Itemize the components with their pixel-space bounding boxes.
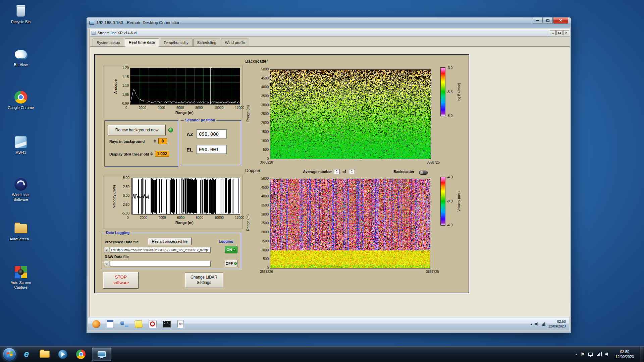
mw41-icon — [13, 135, 28, 149]
tick-label: 0 — [127, 216, 129, 220]
velocity-canvas[interactable] — [131, 178, 240, 215]
toggle-led-icon — [233, 248, 236, 251]
snr-spinner[interactable] — [150, 151, 153, 156]
remote-tray-expand-icon[interactable]: ▴ — [530, 322, 532, 326]
processed-logging-toggle[interactable]: ON — [225, 246, 237, 253]
taskbar-chrome-icon[interactable] — [73, 348, 89, 361]
rdp-titlebar[interactable]: 192.168.0.150 - Remote Desktop Connectio… — [87, 17, 571, 28]
remote-volume-icon[interactable] — [535, 322, 539, 326]
processed-drive-button[interactable]: C — [104, 247, 109, 252]
taskbar-remote-desktop-button[interactable] — [92, 348, 111, 361]
desktop-icon-google-chrome[interactable]: Google Chrome — [5, 90, 37, 110]
rays-in-background-label: Rays in background — [109, 139, 145, 143]
app-minimize-button[interactable] — [550, 30, 556, 35]
renew-background-button[interactable]: Renew background now — [108, 125, 166, 135]
velocity-x-ticks: 020004000600080001000012000 — [127, 216, 244, 220]
rdp-maximize-button[interactable] — [543, 17, 553, 24]
autoscreen-folder-icon — [13, 221, 28, 236]
az-value[interactable]: 090.000 — [197, 129, 227, 138]
tick-label: 1.20 — [122, 66, 129, 70]
tick-label: 2.50 — [123, 185, 129, 189]
app-close-button[interactable]: ✕ — [563, 30, 569, 35]
tick-label: -8.0 — [447, 114, 456, 118]
tick-label: 0.99 — [122, 102, 129, 105]
volume-tray-icon[interactable] — [605, 352, 610, 356]
data-logging-title: Data Logging — [105, 231, 131, 235]
a-scope-x-ticks: 020004000600080001000012000 — [125, 106, 244, 110]
a-scope-canvas[interactable] — [130, 68, 240, 105]
app-content: A-scope 1.201.151.101.050.99 02000400060… — [90, 47, 570, 317]
tick-label: 3000 — [261, 103, 269, 107]
el-value[interactable]: 090.001 — [197, 145, 227, 154]
remote-network-icon[interactable] — [542, 322, 545, 326]
tab-wind-profile[interactable]: Wind profile — [221, 39, 250, 46]
raw-drive-button[interactable]: C — [104, 261, 109, 266]
restart-processed-file-button[interactable]: Restart processed file — [148, 238, 192, 245]
host-taskbar: e ▴ ⚑ 02:50 — [0, 346, 644, 362]
desktop-icon-recycle-bin[interactable]: Recycle Bin — [5, 4, 37, 24]
rays-spinner[interactable] — [154, 138, 157, 143]
backscatter-colorbar — [440, 67, 445, 116]
backscatter-toggle-switch[interactable] — [419, 171, 428, 175]
remote-notepad-icon[interactable] — [106, 319, 115, 328]
velocity-graph: Velocity (m/s) 5.002.500.00-2.50-5.00 02… — [104, 175, 243, 229]
taskbar-clock[interactable]: 02:50 12/09/2023 — [613, 349, 636, 359]
display-tray-icon[interactable] — [588, 353, 593, 356]
remote-power-icon[interactable] — [148, 319, 157, 328]
desktop-icon-autoscreen[interactable]: AutoScreen... — [5, 221, 37, 242]
taskbar-internet-explorer-icon[interactable]: e — [19, 348, 34, 361]
tray-expand-icon[interactable]: ▴ — [575, 352, 577, 356]
show-desktop-button[interactable] — [640, 346, 643, 362]
taskbar-explorer-folder-icon[interactable] — [37, 348, 52, 361]
tab-scheduling[interactable]: Scheduling — [193, 39, 220, 46]
doppler-canvas[interactable] — [270, 179, 430, 268]
start-button[interactable] — [3, 348, 16, 361]
action-center-flag-icon[interactable]: ⚑ — [581, 352, 585, 357]
remote-taskbar: C:\_ XR ▴ 02:50 12/09/2023 — [88, 317, 569, 330]
average-number-value[interactable]: 1 — [334, 169, 340, 174]
remote-network-places-icon[interactable] — [120, 319, 129, 328]
tab-strip: System setup Real time data Temp/humidit… — [90, 37, 570, 47]
tick-label: -5.5 — [447, 90, 456, 94]
remote-desktop-area: StreamLine XR v14-6.vi ✕ System setup Re… — [88, 28, 570, 331]
tab-real-time-data[interactable]: Real time data — [125, 38, 159, 47]
tick-label: 1.15 — [122, 75, 129, 79]
x-start-label: 3668226 — [260, 161, 273, 164]
app-titlebar[interactable]: StreamLine XR v14-6.vi ✕ — [90, 29, 570, 37]
rdp-minimize-button[interactable] — [533, 17, 543, 24]
desktop-icon-auto-screen-capture[interactable]: Auto Screen Capture — [5, 265, 37, 290]
snr-threshold-label: Display SNR threshold — [109, 152, 149, 156]
stop-software-button[interactable]: STOP software — [103, 272, 139, 289]
remote-xr-file-icon[interactable]: XR — [176, 319, 185, 328]
tab-temp-humidity[interactable]: Temp/humidity — [160, 39, 193, 46]
remote-browser-icon[interactable] — [92, 319, 101, 328]
desktop-icon-wind-lidar-software[interactable]: Wind Lidar Software — [5, 177, 37, 202]
tab-label: Scheduling — [197, 41, 216, 45]
raw-logging-toggle[interactable]: OFF — [225, 260, 237, 267]
taskbar-media-player-icon[interactable] — [55, 348, 70, 361]
remote-command-prompt-icon[interactable]: C:\_ — [162, 319, 171, 328]
network-tray-icon[interactable] — [597, 352, 602, 356]
tick-label: 1000 — [261, 139, 269, 143]
toggle-knob-icon — [420, 171, 423, 174]
rdp-close-button[interactable]: ✕ — [553, 17, 568, 24]
desktop-icon-label: Recycle Bin — [5, 20, 37, 24]
backscatter-title: Backscatter — [245, 59, 268, 64]
desktop-icon-mw41[interactable]: MW41 — [5, 135, 37, 155]
remote-clock[interactable]: 02:50 12/09/2023 — [548, 319, 566, 328]
tick-label: -0.0 — [447, 199, 456, 203]
desktop-icon-label: AutoScreen... — [5, 237, 37, 242]
tick-label: 0 — [267, 157, 269, 161]
rays-in-background-value[interactable]: 8 — [158, 138, 167, 144]
backscatter-canvas[interactable] — [270, 69, 431, 159]
tick-label: 5.00 — [123, 176, 129, 180]
change-lidar-settings-button[interactable]: Change LiDAR Settings — [185, 273, 223, 288]
tab-system-setup[interactable]: System setup — [93, 39, 124, 46]
desktop-icon-bl-view[interactable]: BL-View — [5, 47, 37, 67]
snr-threshold-value[interactable]: 1.002 — [155, 151, 169, 157]
app-maximize-button[interactable] — [556, 30, 562, 35]
average-total-value[interactable]: 1 — [349, 169, 355, 174]
raw-path-input[interactable] — [110, 261, 211, 266]
processed-path-input[interactable]: C:\Lidar\Data\Proc\2023\202309\20230912\… — [110, 247, 211, 253]
remote-sticky-notes-icon[interactable] — [134, 319, 143, 328]
